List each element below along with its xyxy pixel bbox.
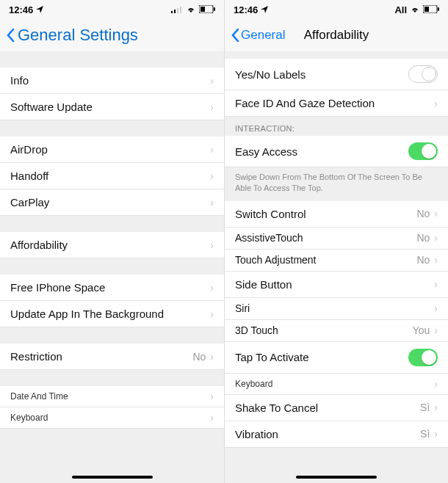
svg-rect-3 [180, 7, 181, 13]
chevron-right-icon: › [434, 232, 438, 244]
row-label: Touch Adjustment [235, 254, 416, 266]
row-label: Software Update [10, 101, 210, 113]
row-easy-access[interactable]: Easy Access [225, 136, 448, 167]
status-time: 12:46 [9, 4, 33, 15]
row-label: Vibration [235, 428, 420, 440]
row-assistivetouch[interactable]: AssistiveTouch No› [225, 228, 448, 250]
home-indicator[interactable] [296, 476, 377, 479]
row-label: Tap To Activate [235, 351, 408, 363]
row-label: Free IPhone Space [10, 281, 210, 294]
svg-rect-0 [171, 11, 173, 13]
row-date-time[interactable]: Date And Time › [0, 386, 224, 407]
row-label: 3D Touch [235, 324, 413, 336]
chevron-right-icon: › [210, 75, 214, 87]
toggle-yesno[interactable] [408, 65, 438, 83]
row-info[interactable]: Info › [0, 68, 224, 94]
row-label: Restriction [10, 350, 192, 363]
row-airdrop[interactable]: AirDrop › [0, 137, 224, 163]
row-handoff[interactable]: Handoff › [0, 163, 224, 189]
home-indicator[interactable] [72, 476, 153, 479]
row-label: Siri [235, 302, 434, 314]
row-update-background[interactable]: Update App In The Background › [0, 301, 224, 327]
row-label: Keyboard [235, 379, 434, 389]
row-switch-control[interactable]: Switch Control No› [225, 201, 448, 228]
svg-rect-5 [200, 7, 205, 12]
row-value: No [416, 232, 430, 244]
chevron-right-icon: › [210, 101, 214, 113]
row-3d-touch[interactable]: 3D Touch You› [225, 320, 448, 342]
svg-rect-8 [424, 7, 429, 12]
section-header-interaction: INTERACTION: [225, 117, 448, 136]
back-button[interactable]: General [231, 28, 285, 43]
chevron-right-icon: › [210, 308, 214, 320]
row-label: Affordability [10, 239, 210, 251]
row-faceid-gaze[interactable]: Face ID And Gaze Detection › [225, 90, 448, 117]
svg-rect-1 [174, 10, 176, 13]
nav-bar: General Affordability [225, 19, 448, 51]
chevron-right-icon: › [434, 324, 438, 336]
settings-list: Info › Software Update › AirDrop › Hando… [0, 51, 224, 483]
row-label: Shake To Cancel [235, 402, 420, 414]
chevron-right-icon: › [210, 144, 214, 156]
chevron-right-icon: › [210, 412, 214, 424]
nav-back-label: General [241, 28, 285, 43]
chevron-left-icon [231, 28, 239, 43]
chevron-right-icon: › [210, 197, 214, 208]
easy-access-note: Swipe Down From The Bottom Of The Screen… [225, 167, 448, 201]
row-shake-to-cancel[interactable]: Shake To Cancel Sì› [225, 395, 448, 421]
row-value: No [192, 351, 206, 363]
row-carplay[interactable]: CarPlay › [0, 189, 224, 216]
toggle-easy-access[interactable] [408, 142, 438, 160]
row-siri[interactable]: Siri › [225, 298, 448, 320]
battery-icon [423, 4, 439, 15]
chevron-right-icon: › [210, 282, 214, 294]
chevron-right-icon: › [434, 428, 438, 440]
back-button[interactable]: General Settings [6, 26, 138, 45]
chevron-right-icon: › [210, 351, 214, 363]
row-label: Side Button [235, 278, 434, 291]
signal-icon [171, 4, 183, 15]
chevron-left-icon [6, 28, 15, 43]
row-free-space[interactable]: Free IPhone Space › [0, 275, 224, 301]
row-yesno-labels[interactable]: Yes/No Labels [225, 59, 448, 90]
row-restriction[interactable]: Restriction No › [0, 344, 224, 370]
wifi-icon [410, 4, 420, 15]
row-label: Handoff [10, 170, 210, 182]
row-label: Yes/No Labels [235, 68, 408, 81]
chevron-right-icon: › [210, 170, 214, 182]
affordability-list: Yes/No Labels Face ID And Gaze Detection… [225, 51, 448, 483]
row-label: Update App In The Background [10, 308, 210, 320]
chevron-right-icon: › [434, 378, 438, 390]
row-label: Info [10, 74, 210, 87]
nav-back-label: General Settings [18, 26, 138, 45]
row-side-button[interactable]: Side Button › [225, 272, 448, 298]
battery-icon [199, 4, 215, 15]
row-tap-to-activate[interactable]: Tap To Activate [225, 342, 448, 374]
row-label: Keyboard [10, 413, 210, 423]
row-touch-adjustment[interactable]: Touch Adjustment No› [225, 250, 448, 272]
chevron-right-icon: › [434, 208, 438, 219]
row-value: You [413, 324, 430, 336]
row-vibration[interactable]: Vibration Sì› [225, 421, 448, 448]
location-arrow-icon [36, 4, 43, 15]
chevron-right-icon: › [434, 254, 438, 266]
chevron-right-icon: › [434, 278, 438, 290]
row-keyboard[interactable]: Keyboard › [0, 407, 224, 429]
toggle-tap-activate[interactable] [408, 349, 438, 366]
nav-bar: General Settings [0, 19, 224, 51]
row-keyboard[interactable]: Keyboard › [225, 374, 448, 395]
row-label: AssistiveTouch [235, 232, 416, 244]
row-software-update[interactable]: Software Update › [0, 94, 224, 120]
status-bar: 12:46 All [225, 0, 448, 19]
row-value: No [416, 208, 430, 219]
status-bar: 12:46 [0, 0, 224, 19]
row-affordability[interactable]: Affordability › [0, 232, 224, 258]
chevron-right-icon: › [210, 239, 214, 251]
chevron-right-icon: › [434, 302, 438, 314]
row-label: Date And Time [10, 391, 210, 402]
screen-general-settings: 12:46 General Settings Info › [0, 0, 224, 483]
svg-rect-9 [438, 7, 439, 11]
row-value: Sì [420, 428, 430, 440]
chevron-right-icon: › [434, 98, 438, 109]
carrier-label: All [394, 4, 407, 15]
